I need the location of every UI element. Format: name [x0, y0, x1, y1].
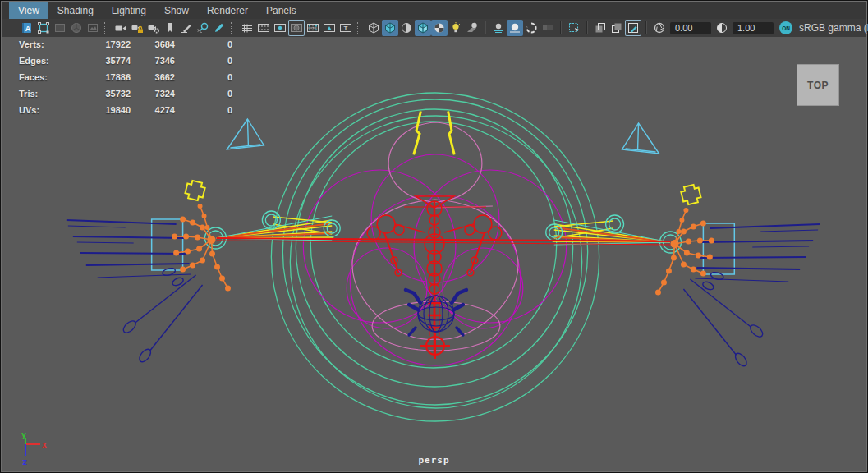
hud-poly-count: Verts:1792236840Edges:3577473460Faces:17…	[19, 39, 234, 122]
motion-blur-icon[interactable]	[523, 20, 540, 36]
hud-c1: 35732	[65, 89, 131, 99]
axis-x-label: x	[42, 440, 47, 449]
menu-show[interactable]: Show	[155, 2, 198, 19]
hud-label: Edges:	[19, 56, 49, 66]
hud-c3: 0	[181, 89, 232, 99]
hud-c2: 3662	[135, 72, 175, 82]
select-highlight-icon[interactable]	[35, 20, 52, 36]
hud-row: UVs:1984042740	[19, 105, 234, 122]
xray-icon[interactable]	[592, 20, 609, 36]
hud-label: Faces:	[19, 72, 48, 82]
image-plane-edit-icon[interactable]	[178, 20, 195, 36]
axis-z-label: z	[22, 457, 27, 466]
right-arm-assembly	[546, 123, 820, 368]
menu-panels[interactable]: Panels	[257, 2, 305, 19]
hud-row: Edges:3577473460	[19, 56, 234, 72]
grease-pencil-frame-icon[interactable]	[52, 20, 68, 36]
hud-c2: 4274	[135, 105, 175, 115]
hud-c1: 19840	[65, 105, 131, 115]
maya-viewport-panel: ViewShadingLightingShowRendererPanels AT…	[0, 0, 868, 473]
viewport[interactable]: Verts:1792236840Edges:3577473460Faces:17…	[2, 37, 866, 471]
toolbar-grip	[104, 22, 109, 34]
hud-label: Verts:	[19, 39, 44, 49]
grid-icon[interactable]	[239, 20, 255, 36]
hud-c1: 17886	[65, 72, 131, 82]
isolate-select-icon[interactable]	[566, 20, 582, 36]
safe-action-icon[interactable]	[321, 20, 338, 36]
svg-text:T: T	[344, 25, 348, 32]
hud-row: Tris:3573273240	[19, 89, 234, 105]
head-sphere	[418, 296, 454, 332]
camera-lock-icon[interactable]	[129, 20, 145, 36]
grease-pencil-edit-icon[interactable]	[211, 20, 227, 36]
gate-mask-icon[interactable]	[288, 20, 305, 36]
textured-icon[interactable]	[415, 20, 431, 36]
hud-c2: 7346	[135, 56, 175, 66]
toolbar-separator	[645, 21, 647, 34]
panel-menu-book-icon[interactable]: A	[19, 20, 35, 36]
exposure-icon[interactable]	[651, 20, 668, 36]
color-management-toggle[interactable]: ON	[779, 21, 792, 34]
shaded-icon[interactable]	[382, 20, 398, 36]
ssao-icon[interactable]	[490, 20, 507, 36]
wireframe-on-shaded-icon[interactable]	[398, 20, 415, 36]
hud-c3: 0	[181, 39, 232, 49]
toolbar-grip	[11, 22, 16, 34]
top-image-plane[interactable]: TOP	[797, 64, 839, 106]
ambient-occlusion-icon[interactable]	[507, 20, 523, 36]
camera-name-label: persp	[2, 455, 866, 466]
gamma-field[interactable]: 1.00	[733, 22, 774, 34]
resolution-gate-icon[interactable]	[272, 20, 288, 36]
wireframe-icon[interactable]	[365, 20, 382, 36]
exposure-field[interactable]: 0.00	[670, 22, 711, 34]
xray-joints-icon[interactable]	[609, 20, 625, 36]
default-lighting-icon[interactable]	[448, 20, 464, 36]
xray-active-components-icon[interactable]	[625, 20, 641, 36]
safe-title-icon[interactable]: T	[338, 20, 354, 36]
viewport-toolbar: AT0.001.00ONsRGB gamma (legacy)	[2, 19, 866, 37]
toolbar-grip	[357, 22, 362, 34]
toolbar-separator	[485, 21, 486, 34]
color-wheel-icon[interactable]	[68, 20, 85, 36]
camera-icon[interactable]	[113, 20, 129, 36]
camera-attributes-icon[interactable]	[145, 20, 162, 36]
hud-label: Tris:	[19, 89, 38, 99]
gamma-icon[interactable]	[714, 20, 730, 36]
hud-row: Verts:1792236840	[19, 39, 234, 56]
pan-zoom-icon[interactable]	[195, 20, 211, 36]
toolbar-separator	[586, 21, 588, 34]
hud-c1: 35774	[65, 56, 131, 66]
axis-y-label: y	[21, 431, 26, 439]
hud-c3: 0	[181, 72, 232, 82]
hud-c3: 0	[181, 105, 232, 115]
menu-bar: ViewShadingLightingShowRendererPanels	[2, 2, 866, 19]
use-all-lights-icon[interactable]	[431, 20, 448, 36]
image-plane-icon[interactable]	[85, 20, 101, 36]
pole-vector-pins	[414, 113, 454, 154]
film-gate-icon[interactable]	[255, 20, 272, 36]
toolbar-separator	[560, 21, 562, 34]
menu-shading[interactable]: Shading	[48, 2, 103, 19]
top-plane-label: TOP	[807, 80, 829, 91]
hud-c2: 3684	[135, 39, 175, 49]
multisample-icon[interactable]	[540, 20, 556, 36]
hud-c2: 7324	[135, 89, 175, 99]
hud-label: UVs:	[19, 105, 39, 115]
bookmark-icon[interactable]	[162, 20, 178, 36]
menu-view[interactable]: View	[9, 2, 48, 19]
world-axis-gizmo: x y z	[14, 431, 57, 469]
toolbar-grip	[231, 22, 236, 34]
menu-renderer[interactable]: Renderer	[198, 2, 257, 19]
svg-text:A: A	[25, 25, 31, 33]
hud-row: Faces:1788636620	[19, 72, 234, 89]
field-chart-icon[interactable]	[305, 20, 321, 36]
hud-c1: 17922	[65, 39, 131, 49]
shadows-icon[interactable]	[464, 20, 480, 36]
view-transform-label: sRGB gamma (legacy)	[799, 22, 868, 34]
menu-lighting[interactable]: Lighting	[103, 2, 155, 19]
hud-c3: 0	[181, 56, 232, 66]
